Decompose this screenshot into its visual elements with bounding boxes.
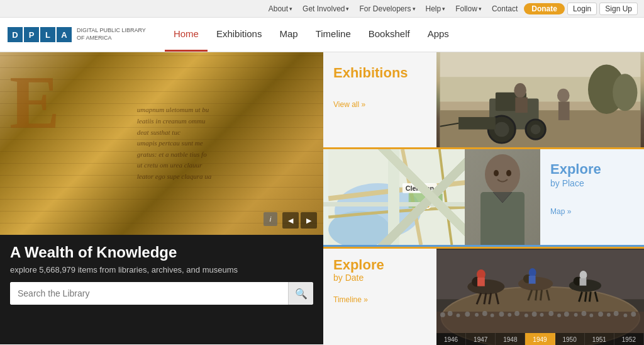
svg-point-23 [423,201,431,208]
explore-place-section: Clemson [323,149,644,247]
follow-chevron: ▾ [479,6,482,12]
hero-title: A Wealth of Knowledge [10,244,313,261]
explore-date-image[interactable]: 1946 1947 1948 1949 1950 1951 1952 [436,249,644,345]
about-chevron: ▾ [289,6,292,12]
contact-link[interactable]: Contact [488,4,521,13]
nav-apps[interactable]: Apps [419,18,458,52]
search-button[interactable]: 🔍 [288,282,313,305]
svg-point-68 [508,313,511,317]
help-menu[interactable]: Help ▾ [422,4,450,13]
right-panel: Exhibitions View all » [323,52,644,344]
hero-section: E umapnum uletomum ut bu leatiis in crea… [0,52,323,344]
year-1948[interactable]: 1948 [496,333,525,345]
year-1952[interactable]: 1952 [614,333,644,345]
svg-rect-50 [529,276,536,284]
get-involved-chevron: ▾ [346,6,349,12]
person-svg [465,149,540,245]
svg-text:Clemson: Clemson [406,184,434,192]
svg-line-55 [589,291,591,302]
nav-timeline[interactable]: Timeline [307,18,360,52]
svg-point-14 [557,89,570,103]
svg-point-82 [623,314,627,317]
hero-info-button[interactable]: i [264,212,277,226]
search-input[interactable] [10,282,288,305]
nav-map[interactable]: Map [270,18,306,52]
exhibitions-photo [436,52,644,147]
svg-point-61 [448,311,453,316]
exhibitions-info: Exhibitions View all » [323,52,436,147]
hero-image: E umapnum uletomum ut bu leatiis in crea… [0,52,323,235]
explore-place-map[interactable]: Clemson [323,149,540,245]
svg-point-11 [531,125,541,135]
exhibitions-view-all[interactable]: View all » [333,100,426,109]
hero-prev-button[interactable]: ◀ [282,212,299,229]
svg-point-63 [465,312,470,317]
content-area: E umapnum uletomum ut bu leatiis in crea… [0,52,644,344]
svg-point-30 [494,170,499,176]
svg-point-75 [564,312,569,317]
logo-p: P [24,27,39,42]
nav-home[interactable]: Home [165,18,208,52]
year-1951[interactable]: 1951 [585,333,614,345]
main-nav: D P L A Digital Public Library of Americ… [0,18,644,52]
login-button[interactable]: Login [567,3,597,15]
search-icon: 🔍 [295,288,308,300]
explore-place-title: Explore [550,162,634,177]
top-bar: About ▾ Get Involved ▾ For Developers ▾ … [0,0,644,18]
svg-point-64 [475,313,479,317]
svg-rect-15 [558,101,570,120]
svg-rect-24 [402,183,437,193]
svg-point-12 [514,83,526,98]
year-1947[interactable]: 1947 [466,333,496,345]
svg-line-47 [540,290,541,301]
explore-place-info: Explore by Place Map » [540,149,644,245]
svg-point-81 [614,311,619,316]
svg-line-54 [585,291,586,302]
svg-point-69 [514,311,519,316]
svg-point-79 [598,312,603,317]
svg-point-71 [532,312,537,317]
explore-place-map-link[interactable]: Map » [550,207,634,216]
hero-overlay: A Wealth of Knowledge explore 5,668,979 … [0,235,323,344]
year-1950[interactable]: 1950 [555,333,585,345]
for-developers-menu[interactable]: For Developers ▾ [355,4,419,13]
svg-rect-58 [580,278,587,286]
svg-rect-16 [458,117,496,130]
donate-button[interactable]: Donate [524,3,565,14]
horse-race-svg [436,249,644,345]
get-involved-menu[interactable]: Get Involved ▾ [299,4,353,13]
svg-point-57 [580,271,587,280]
about-menu[interactable]: About ▾ [265,4,296,13]
svg-rect-13 [515,98,528,113]
exhibitions-image[interactable] [436,52,644,147]
logo-l: L [40,27,55,42]
hero-next-button[interactable]: ▶ [301,212,317,229]
svg-rect-42 [477,278,485,286]
svg-point-28 [485,154,520,195]
svg-point-62 [457,314,460,317]
logo-d: D [8,27,23,42]
signup-button[interactable]: Sign Up [599,3,638,15]
logo-a: A [57,27,72,42]
explore-date-info: Explore by Date Timeline » [323,249,436,345]
logo-text: Digital Public Library of America [77,27,146,42]
nav-bookshelf[interactable]: Bookshelf [360,18,419,52]
exhibitions-title: Exhibitions [333,65,426,81]
year-1946[interactable]: 1946 [436,333,466,345]
exhibitions-svg [436,52,644,147]
svg-point-76 [574,313,578,317]
hero-subtitle: explore 5,668,979 items from libraries, … [10,265,313,274]
year-1949[interactable]: 1949 [525,333,555,345]
nav-exhibitions[interactable]: Exhibitions [208,18,271,52]
svg-point-70 [525,314,528,317]
svg-point-74 [557,314,561,317]
explore-place-subtitle: by Place [550,178,634,188]
logo[interactable]: D P L A Digital Public Library of Americ… [8,27,146,42]
explore-date-timeline-link[interactable]: Timeline » [333,295,426,304]
svg-point-66 [491,314,494,317]
svg-point-5 [613,74,637,111]
svg-rect-22 [430,194,443,206]
main-nav-links: Home Exhibitions Map Timeline Bookshelf … [165,18,458,52]
hero-controls: i ◀ ▶ [264,212,317,229]
follow-menu[interactable]: Follow ▾ [452,4,486,13]
